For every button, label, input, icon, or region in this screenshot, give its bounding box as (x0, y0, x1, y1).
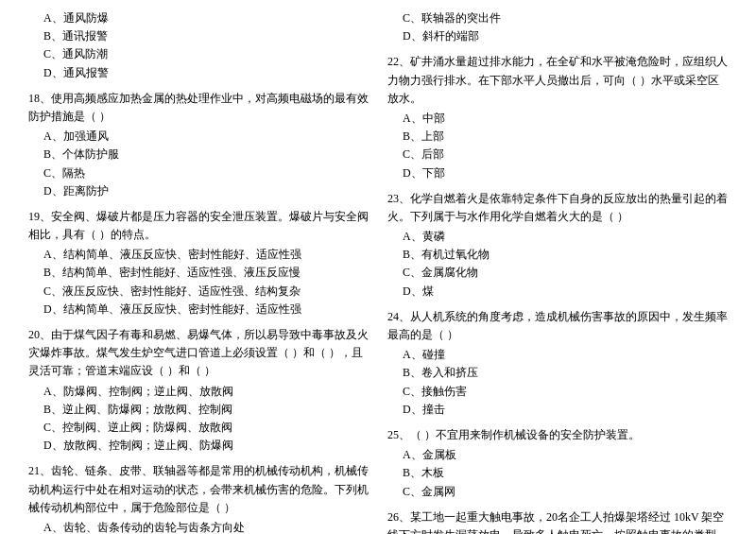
q18-title: 18、使用高频感应加热金属的热处理作业中，对高频电磁场的最有效防护措施是（ ） (28, 90, 369, 126)
q20-block: 20、由于煤气因子有毒和易燃、易爆气体，所以易导致中毒事故及火灾爆炸事故。煤气发… (28, 326, 369, 455)
q19-option-b: B、结构简单、密封性能好、适应性强、液压反应慢 (43, 264, 369, 282)
q20-title: 20、由于煤气因子有毒和易燃、易爆气体，所以易导致中毒事故及火灾爆炸事故。煤气发… (28, 326, 369, 381)
q18-option-c: C、隔热 (43, 164, 369, 182)
q19-block: 19、安全阀、爆破片都是压力容器的安全泄压装置。爆破片与安全阀相比，具有（ ）的… (28, 208, 369, 319)
q20-option-c: C、控制阀、逆止阀；防爆阀、放散阀 (43, 419, 369, 437)
q20-option-d: D、放散阀、控制阀；逆止阀、防爆阀 (43, 437, 369, 455)
q22-title: 22、矿井涌水量超过排水能力，在全矿和水平被淹危险时，应组织人力物力强行排水。在… (387, 53, 728, 108)
q26-title: 26、某工地一起重大触电事故，20名企工人拍爆架塔经过 10kV 架空线下方时发… (387, 508, 728, 534)
q21-option-d: D、斜杆的端部 (403, 27, 728, 45)
q23-title: 23、化学自燃着火是依靠特定条件下自身的反应放出的热量引起的着火。下列属于与水作… (387, 190, 728, 226)
q25-option-b: B、木板 (403, 464, 728, 482)
q24-option-c: C、接触伤害 (403, 383, 728, 401)
q17-option-b: B、通讯报警 (43, 27, 369, 45)
q20-option-a: A、防爆阀、控制阀；逆止阀、放散阀 (43, 383, 369, 401)
q22-option-a: A、中部 (403, 110, 728, 128)
q20-option-b: B、逆止阀、防爆阀；放散阀、控制阀 (43, 401, 369, 419)
q17-option-c: C、通风防潮 (43, 45, 369, 63)
q18-option-a: A、加强通风 (43, 128, 369, 146)
right-column: C、联轴器的突出件 D、斜杆的端部 22、矿井涌水量超过排水能力，在全矿和水平被… (387, 9, 728, 534)
q22-option-c: C、后部 (403, 146, 728, 164)
q25-option-a: A、金属板 (403, 446, 728, 464)
q21-option-a: A、齿轮、齿条传动的齿轮与齿条方向处 (43, 519, 369, 534)
q25-option-c: C、金属网 (403, 483, 728, 501)
q21-block: 21、齿轮、链条、皮带、联轴器等都是常用的机械传动机构，机械传动机构运行中处在相… (28, 462, 369, 534)
q24-option-d: D、撞击 (403, 401, 728, 419)
q19-title: 19、安全阀、爆破片都是压力容器的安全泄压装置。爆破片与安全阀相比，具有（ ）的… (28, 208, 369, 244)
q17-option-d: D、通风报警 (43, 64, 369, 82)
q23-option-c: C、金属腐化物 (403, 264, 728, 282)
q18-option-d: D、距离防护 (43, 182, 369, 200)
q18-option-b: B、个体防护服 (43, 146, 369, 164)
q17-option-a: A、通风防爆 (43, 9, 369, 27)
q23-option-b: B、有机过氧化物 (403, 246, 728, 264)
q24-option-b: B、卷入和挤压 (403, 364, 728, 382)
columns-layout: A、通风防爆 B、通讯报警 C、通风防潮 D、通风报警 18、使用高频感应加热金… (28, 9, 728, 534)
q24-option-a: A、碰撞 (403, 346, 728, 364)
q21-title: 21、齿轮、链条、皮带、联轴器等都是常用的机械传动机构，机械传动机构运行中处在相… (28, 462, 369, 517)
q17-options-block: A、通风防爆 B、通讯报警 C、通风防潮 D、通风报警 (28, 9, 369, 82)
q23-option-a: A、黄磷 (403, 228, 728, 246)
page: A、通风防爆 B、通讯报警 C、通风防潮 D、通风报警 18、使用高频感应加热金… (28, 9, 728, 534)
q24-block: 24、从人机系统的角度考虑，造成机械伤害事故的原因中，发生频率最高的是（ ） A… (387, 308, 728, 419)
q24-title: 24、从人机系统的角度考虑，造成机械伤害事故的原因中，发生频率最高的是（ ） (387, 308, 728, 344)
q26-block: 26、某工地一起重大触电事故，20名企工人拍爆架塔经过 10kV 架空线下方时发… (387, 508, 728, 534)
q18-block: 18、使用高频感应加热金属的热处理作业中，对高频电磁场的最有效防护措施是（ ） … (28, 90, 369, 200)
q21-cont-block: C、联轴器的突出件 D、斜杆的端部 (387, 9, 728, 45)
q19-option-d: D、结构简单、液压反应快、密封性能好、适应性强 (43, 301, 369, 319)
q22-option-d: D、下部 (403, 164, 728, 182)
q23-block: 23、化学自燃着火是依靠特定条件下自身的反应放出的热量引起的着火。下列属于与水作… (387, 190, 728, 301)
q23-option-d: D、煤 (403, 283, 728, 301)
q19-option-c: C、液压反应快、密封性能好、适应性强、结构复杂 (43, 283, 369, 301)
left-column: A、通风防爆 B、通讯报警 C、通风防潮 D、通风报警 18、使用高频感应加热金… (28, 9, 369, 534)
q19-option-a: A、结构简单、液压反应快、密封性能好、适应性强 (43, 246, 369, 264)
q21-option-c: C、联轴器的突出件 (403, 9, 728, 27)
q22-block: 22、矿井涌水量超过排水能力，在全矿和水平被淹危险时，应组织人力物力强行排水。在… (387, 53, 728, 181)
q22-option-b: B、上部 (403, 128, 728, 146)
q25-title: 25、（ ）不宜用来制作机械设备的安全防护装置。 (387, 426, 728, 444)
q25-block: 25、（ ）不宜用来制作机械设备的安全防护装置。 A、金属板 B、木板 C、金属… (387, 426, 728, 501)
